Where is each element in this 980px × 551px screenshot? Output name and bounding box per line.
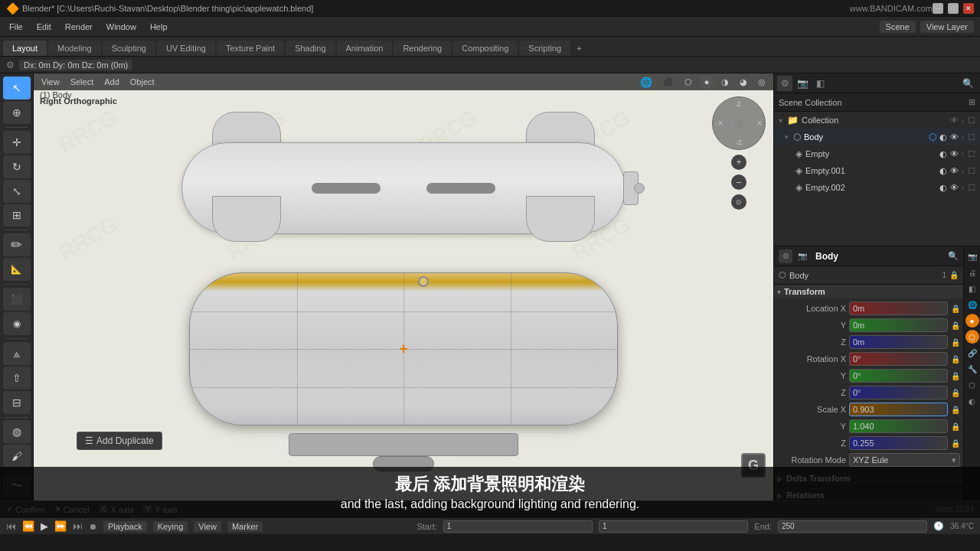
props-icon-material-btn[interactable]: ◐: [965, 394, 979, 408]
frame-end-button[interactable]: ⏭: [73, 520, 83, 532]
outliner-empty001-vis[interactable]: 👁: [950, 166, 959, 175]
frame-current[interactable]: 1: [599, 520, 748, 533]
menu-file[interactable]: File: [3, 21, 29, 33]
minimize-button[interactable]: ─: [933, 3, 943, 14]
props-icon-modifier-btn[interactable]: 🔧: [965, 362, 979, 376]
add-cube-tool[interactable]: ⬛: [3, 288, 31, 311]
viewport-menu-object[interactable]: Object: [127, 77, 158, 87]
viewport-menu-view[interactable]: View: [38, 77, 63, 87]
maximize-button[interactable]: □: [948, 3, 959, 14]
transform-tool[interactable]: ⊞: [3, 204, 31, 227]
annotate-tool[interactable]: ✏: [3, 233, 31, 256]
outliner-body-restrict[interactable]: ↓: [962, 133, 965, 141]
outliner-empty-restrict[interactable]: ↓: [962, 150, 965, 158]
outliner-empty-item[interactable]: ◈ Empty ◐ 👁 ↓ ☐: [774, 145, 980, 162]
location-x-field[interactable]: 0m: [849, 302, 948, 315]
scene-selector[interactable]: Scene: [880, 21, 916, 33]
lock-sx-icon[interactable]: 🔒: [951, 406, 960, 414]
props-icon-scene-btn[interactable]: 🌐: [965, 298, 979, 311]
scale-x-field[interactable]: 0.903: [849, 403, 948, 416]
nav-zoom-out-button[interactable]: –: [731, 174, 746, 190]
nav-circle[interactable]: Z X -Z -X: [712, 96, 766, 150]
scale-z-field[interactable]: 0.255: [849, 436, 948, 450]
viewport-menu-select[interactable]: Select: [67, 77, 97, 87]
rp-icon-view-layer[interactable]: ◧: [812, 76, 828, 91]
cursor-tool[interactable]: ⊕: [3, 101, 31, 124]
view-layer-selector[interactable]: View Layer: [920, 21, 974, 33]
outliner-collection-vis[interactable]: 👁: [950, 116, 959, 125]
marker-menu[interactable]: Marker: [227, 521, 263, 532]
props-icon-render-btn[interactable]: 📷: [965, 249, 979, 263]
start-value[interactable]: 1: [443, 520, 593, 533]
rp-icon-scene[interactable]: ⚙: [777, 76, 792, 91]
outliner-empty002-restrict[interactable]: ↓: [962, 184, 965, 191]
tab-shading[interactable]: Shading: [286, 41, 335, 56]
rotation-z-field[interactable]: 0°: [849, 386, 948, 399]
props-icon-scene[interactable]: ⚙: [779, 249, 792, 263]
lock-y-icon[interactable]: 🔒: [951, 321, 960, 330]
data-lock-icon[interactable]: 🔒: [949, 271, 959, 279]
outliner-collection-item[interactable]: ▾ 📁 Collection 👁 ↓ ☐: [774, 112, 980, 129]
menu-help[interactable]: Help: [144, 21, 174, 33]
rotate-tool[interactable]: ↻: [3, 155, 31, 178]
outliner-empty002-vis[interactable]: 👁: [950, 183, 959, 192]
end-value[interactable]: 250: [778, 520, 927, 533]
add-cylinder-tool[interactable]: ◉: [3, 312, 31, 335]
frame-step-fwd[interactable]: ⏩: [54, 520, 67, 532]
props-icon-constraint-btn[interactable]: 🔗: [965, 346, 979, 360]
rotation-mode-dropdown[interactable]: XYZ Eule ▾: [849, 453, 960, 467]
location-z-field[interactable]: 0m: [849, 335, 948, 349]
outliner-body-item[interactable]: ▾ ⬡ Body ⬡ ◐ 👁 ↓ ☐: [774, 129, 980, 145]
loop-cut-tool[interactable]: ⊟: [3, 391, 31, 414]
outliner-empty001-item[interactable]: ◈ Empty.001 ◐ 👁 ↓ ☐: [774, 162, 980, 179]
tab-scripting[interactable]: Scripting: [519, 41, 570, 56]
outliner-filter-icon[interactable]: ⊞: [969, 97, 975, 107]
viewport-shading-solid[interactable]: ●: [700, 75, 714, 89]
rotation-x-field[interactable]: 0°: [849, 352, 948, 366]
lock-x-icon[interactable]: 🔒: [951, 305, 960, 313]
scale-y-field[interactable]: 1.040: [849, 419, 948, 433]
paint-tool[interactable]: 🖌: [3, 445, 31, 468]
scale-tool[interactable]: ⤡: [3, 180, 31, 203]
lock-ry-icon[interactable]: 🔒: [951, 372, 960, 380]
view-menu[interactable]: View: [194, 521, 221, 532]
tab-compositing[interactable]: Compositing: [452, 41, 518, 56]
outliner-collection-restrict[interactable]: ↓: [962, 116, 965, 124]
playback-menu[interactable]: Playback: [103, 521, 147, 532]
move-vert-tool[interactable]: ⟁: [3, 342, 31, 365]
select-tool[interactable]: ↖: [3, 77, 31, 99]
material-tool[interactable]: ◍: [3, 420, 31, 443]
lock-rx-icon[interactable]: 🔒: [951, 355, 960, 364]
props-icon-object-btn[interactable]: ⬡: [965, 330, 979, 344]
tab-modeling[interactable]: Modeling: [48, 41, 101, 56]
close-button[interactable]: ✕: [963, 3, 974, 14]
move-tool[interactable]: ✛: [3, 131, 31, 154]
outliner-collection-render[interactable]: ☐: [968, 116, 975, 126]
lock-sy-icon[interactable]: 🔒: [951, 422, 960, 431]
rp-icon-render[interactable]: 📷: [795, 76, 810, 91]
props-icon-render[interactable]: 📷: [795, 249, 809, 263]
frame-step-back[interactable]: ⏪: [22, 520, 34, 532]
add-duplicate-button[interactable]: ☰ Add Duplicate: [77, 432, 162, 450]
menu-window[interactable]: Window: [100, 21, 142, 33]
tab-rendering[interactable]: Rendering: [394, 41, 451, 56]
outliner-empty001-render[interactable]: ☐: [968, 166, 975, 176]
transform-header[interactable]: ▾ Transform: [774, 285, 963, 298]
measure-tool[interactable]: 📐: [3, 258, 31, 281]
viewport-menu-add[interactable]: Add: [101, 77, 122, 87]
location-y-field[interactable]: 0m: [849, 318, 948, 332]
outliner-body-vis[interactable]: 👁: [950, 132, 959, 142]
menu-render[interactable]: Render: [59, 21, 99, 33]
viewport-shading-material[interactable]: ◕: [737, 77, 750, 88]
lock-rz-icon[interactable]: 🔒: [951, 389, 960, 397]
tab-uv-editing[interactable]: UV Editing: [157, 41, 215, 56]
lock-z-icon[interactable]: 🔒: [951, 338, 960, 347]
menu-edit[interactable]: Edit: [31, 21, 57, 33]
outliner-empty-render[interactable]: ☐: [968, 149, 975, 159]
tab-animation[interactable]: Animation: [337, 41, 393, 56]
props-icon-world-btn[interactable]: ●: [965, 314, 979, 328]
props-icon-view-btn[interactable]: ◧: [965, 282, 979, 295]
outliner-body-render[interactable]: ☐: [968, 132, 975, 142]
rp-search-icon[interactable]: 🔍: [959, 78, 977, 89]
nav-persp-button[interactable]: ⊙: [731, 194, 746, 210]
